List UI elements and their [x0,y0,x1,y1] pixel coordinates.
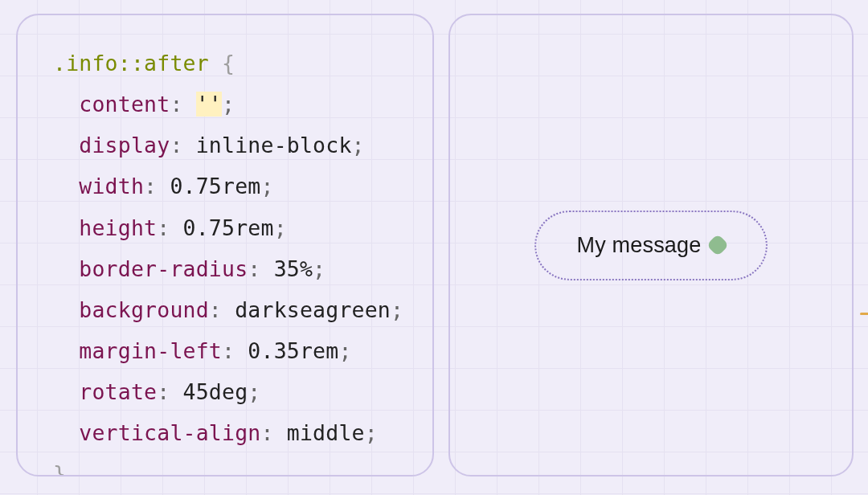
code-panel: .info::after { content: ''; display: inl… [16,14,434,477]
info-message-text: My message [576,233,701,258]
css-code-block: .info::after { content: ''; display: inl… [53,43,424,477]
slide-edge-marker [860,313,868,315]
info-pill: My message [534,211,767,280]
preview-panel: My message [448,14,854,477]
status-indicator-icon [706,234,728,256]
